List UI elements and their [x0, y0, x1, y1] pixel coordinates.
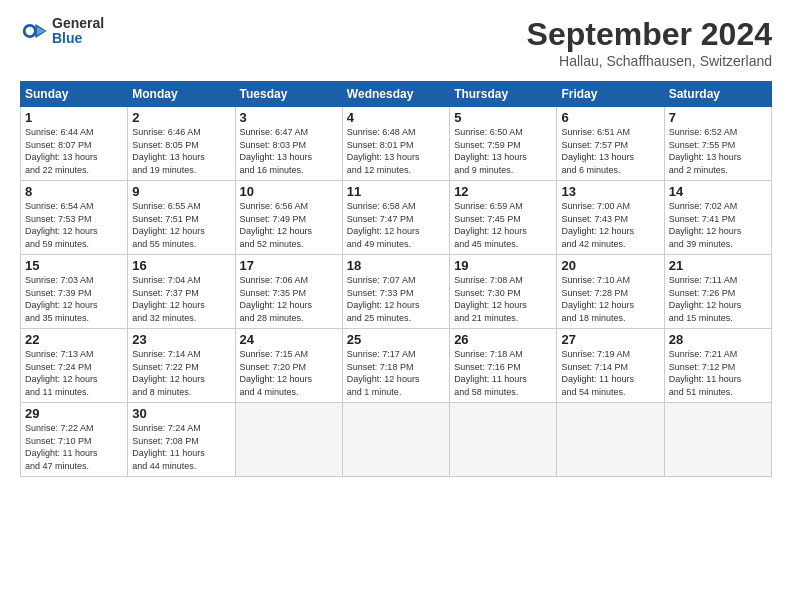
day-info: Sunrise: 6:54 AM Sunset: 7:53 PM Dayligh… [25, 200, 123, 250]
calendar-cell: 26Sunrise: 7:18 AM Sunset: 7:16 PM Dayli… [450, 329, 557, 403]
day-number: 28 [669, 332, 767, 347]
day-number: 16 [132, 258, 230, 273]
day-info: Sunrise: 6:47 AM Sunset: 8:03 PM Dayligh… [240, 126, 338, 176]
day-number: 9 [132, 184, 230, 199]
title-block: September 2024 Hallau, Schaffhausen, Swi… [527, 16, 772, 69]
day-number: 19 [454, 258, 552, 273]
calendar-cell [450, 403, 557, 477]
day-info: Sunrise: 7:03 AM Sunset: 7:39 PM Dayligh… [25, 274, 123, 324]
month-title: September 2024 [527, 16, 772, 53]
weekday-header-friday: Friday [557, 82, 664, 107]
logo-icon [20, 17, 48, 45]
calendar-cell: 6Sunrise: 6:51 AM Sunset: 7:57 PM Daylig… [557, 107, 664, 181]
day-info: Sunrise: 6:59 AM Sunset: 7:45 PM Dayligh… [454, 200, 552, 250]
calendar-week-5: 29Sunrise: 7:22 AM Sunset: 7:10 PM Dayli… [21, 403, 772, 477]
day-number: 25 [347, 332, 445, 347]
header: General Blue September 2024 Hallau, Scha… [20, 16, 772, 69]
day-number: 20 [561, 258, 659, 273]
calendar-cell: 17Sunrise: 7:06 AM Sunset: 7:35 PM Dayli… [235, 255, 342, 329]
logo-general-text: General [52, 16, 104, 31]
day-info: Sunrise: 7:18 AM Sunset: 7:16 PM Dayligh… [454, 348, 552, 398]
day-info: Sunrise: 6:44 AM Sunset: 8:07 PM Dayligh… [25, 126, 123, 176]
calendar-cell: 13Sunrise: 7:00 AM Sunset: 7:43 PM Dayli… [557, 181, 664, 255]
day-info: Sunrise: 7:02 AM Sunset: 7:41 PM Dayligh… [669, 200, 767, 250]
calendar-cell: 21Sunrise: 7:11 AM Sunset: 7:26 PM Dayli… [664, 255, 771, 329]
calendar-cell: 8Sunrise: 6:54 AM Sunset: 7:53 PM Daylig… [21, 181, 128, 255]
calendar-cell: 29Sunrise: 7:22 AM Sunset: 7:10 PM Dayli… [21, 403, 128, 477]
day-number: 4 [347, 110, 445, 125]
calendar-cell: 24Sunrise: 7:15 AM Sunset: 7:20 PM Dayli… [235, 329, 342, 403]
calendar-cell: 23Sunrise: 7:14 AM Sunset: 7:22 PM Dayli… [128, 329, 235, 403]
day-info: Sunrise: 7:13 AM Sunset: 7:24 PM Dayligh… [25, 348, 123, 398]
day-info: Sunrise: 7:07 AM Sunset: 7:33 PM Dayligh… [347, 274, 445, 324]
day-info: Sunrise: 7:19 AM Sunset: 7:14 PM Dayligh… [561, 348, 659, 398]
calendar-cell: 18Sunrise: 7:07 AM Sunset: 7:33 PM Dayli… [342, 255, 449, 329]
calendar-cell [664, 403, 771, 477]
day-number: 8 [25, 184, 123, 199]
day-info: Sunrise: 6:56 AM Sunset: 7:49 PM Dayligh… [240, 200, 338, 250]
calendar-cell [342, 403, 449, 477]
day-number: 18 [347, 258, 445, 273]
calendar-cell: 25Sunrise: 7:17 AM Sunset: 7:18 PM Dayli… [342, 329, 449, 403]
day-info: Sunrise: 7:00 AM Sunset: 7:43 PM Dayligh… [561, 200, 659, 250]
day-info: Sunrise: 6:55 AM Sunset: 7:51 PM Dayligh… [132, 200, 230, 250]
calendar-cell: 10Sunrise: 6:56 AM Sunset: 7:49 PM Dayli… [235, 181, 342, 255]
day-number: 10 [240, 184, 338, 199]
weekday-header-monday: Monday [128, 82, 235, 107]
day-info: Sunrise: 7:15 AM Sunset: 7:20 PM Dayligh… [240, 348, 338, 398]
day-info: Sunrise: 7:14 AM Sunset: 7:22 PM Dayligh… [132, 348, 230, 398]
calendar-cell [235, 403, 342, 477]
weekday-header-wednesday: Wednesday [342, 82, 449, 107]
calendar-cell: 1Sunrise: 6:44 AM Sunset: 8:07 PM Daylig… [21, 107, 128, 181]
day-number: 22 [25, 332, 123, 347]
weekday-header-tuesday: Tuesday [235, 82, 342, 107]
day-info: Sunrise: 6:48 AM Sunset: 8:01 PM Dayligh… [347, 126, 445, 176]
day-info: Sunrise: 6:51 AM Sunset: 7:57 PM Dayligh… [561, 126, 659, 176]
day-info: Sunrise: 6:46 AM Sunset: 8:05 PM Dayligh… [132, 126, 230, 176]
day-number: 11 [347, 184, 445, 199]
calendar-table: SundayMondayTuesdayWednesdayThursdayFrid… [20, 81, 772, 477]
day-number: 2 [132, 110, 230, 125]
calendar-week-1: 1Sunrise: 6:44 AM Sunset: 8:07 PM Daylig… [21, 107, 772, 181]
day-number: 12 [454, 184, 552, 199]
logo: General Blue [20, 16, 104, 47]
day-number: 27 [561, 332, 659, 347]
logo-blue-text: Blue [52, 31, 104, 46]
calendar-week-3: 15Sunrise: 7:03 AM Sunset: 7:39 PM Dayli… [21, 255, 772, 329]
weekday-header-saturday: Saturday [664, 82, 771, 107]
weekday-header-thursday: Thursday [450, 82, 557, 107]
calendar-cell: 16Sunrise: 7:04 AM Sunset: 7:37 PM Dayli… [128, 255, 235, 329]
calendar-cell: 7Sunrise: 6:52 AM Sunset: 7:55 PM Daylig… [664, 107, 771, 181]
calendar-cell: 15Sunrise: 7:03 AM Sunset: 7:39 PM Dayli… [21, 255, 128, 329]
calendar-cell: 28Sunrise: 7:21 AM Sunset: 7:12 PM Dayli… [664, 329, 771, 403]
day-number: 1 [25, 110, 123, 125]
day-info: Sunrise: 7:24 AM Sunset: 7:08 PM Dayligh… [132, 422, 230, 472]
day-number: 29 [25, 406, 123, 421]
day-info: Sunrise: 6:50 AM Sunset: 7:59 PM Dayligh… [454, 126, 552, 176]
calendar-cell: 30Sunrise: 7:24 AM Sunset: 7:08 PM Dayli… [128, 403, 235, 477]
day-number: 30 [132, 406, 230, 421]
day-number: 24 [240, 332, 338, 347]
calendar-cell: 19Sunrise: 7:08 AM Sunset: 7:30 PM Dayli… [450, 255, 557, 329]
day-number: 5 [454, 110, 552, 125]
day-info: Sunrise: 7:10 AM Sunset: 7:28 PM Dayligh… [561, 274, 659, 324]
day-number: 23 [132, 332, 230, 347]
day-number: 6 [561, 110, 659, 125]
calendar-cell: 4Sunrise: 6:48 AM Sunset: 8:01 PM Daylig… [342, 107, 449, 181]
day-info: Sunrise: 6:52 AM Sunset: 7:55 PM Dayligh… [669, 126, 767, 176]
day-number: 26 [454, 332, 552, 347]
day-info: Sunrise: 6:58 AM Sunset: 7:47 PM Dayligh… [347, 200, 445, 250]
day-info: Sunrise: 7:11 AM Sunset: 7:26 PM Dayligh… [669, 274, 767, 324]
calendar-cell: 20Sunrise: 7:10 AM Sunset: 7:28 PM Dayli… [557, 255, 664, 329]
day-info: Sunrise: 7:21 AM Sunset: 7:12 PM Dayligh… [669, 348, 767, 398]
calendar-cell: 3Sunrise: 6:47 AM Sunset: 8:03 PM Daylig… [235, 107, 342, 181]
day-info: Sunrise: 7:17 AM Sunset: 7:18 PM Dayligh… [347, 348, 445, 398]
calendar-cell: 2Sunrise: 6:46 AM Sunset: 8:05 PM Daylig… [128, 107, 235, 181]
day-number: 3 [240, 110, 338, 125]
calendar-week-2: 8Sunrise: 6:54 AM Sunset: 7:53 PM Daylig… [21, 181, 772, 255]
calendar-cell: 11Sunrise: 6:58 AM Sunset: 7:47 PM Dayli… [342, 181, 449, 255]
location: Hallau, Schaffhausen, Switzerland [527, 53, 772, 69]
day-info: Sunrise: 7:04 AM Sunset: 7:37 PM Dayligh… [132, 274, 230, 324]
svg-point-1 [26, 27, 34, 35]
calendar-cell: 22Sunrise: 7:13 AM Sunset: 7:24 PM Dayli… [21, 329, 128, 403]
